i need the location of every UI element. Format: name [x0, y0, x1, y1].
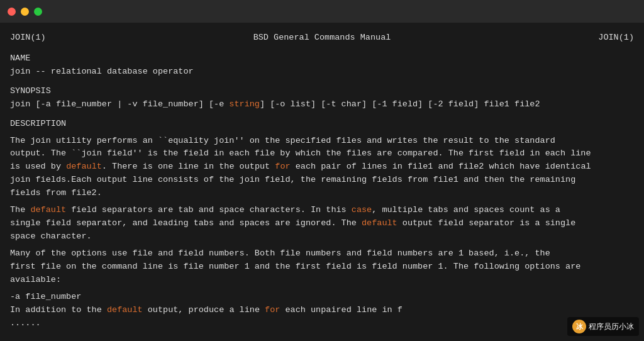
desc-p1-default: default: [66, 162, 102, 171]
option-a: -a file_number In addition to the defaul…: [10, 291, 634, 330]
man-page-header: JOIN(1) BSD General Commands Manual JOIN…: [10, 31, 634, 45]
close-button[interactable]: [8, 8, 16, 16]
desc-p1-l1: The join utility performs an ``equality …: [10, 135, 634, 148]
minimize-button[interactable]: [21, 8, 29, 16]
maximize-button[interactable]: [34, 8, 42, 16]
watermark: 冰 程序员历小冰: [567, 317, 639, 336]
terminal-content: JOIN(1) BSD General Commands Manual JOIN…: [0, 23, 644, 338]
desc-p2-l2: single field separator, and leading tabs…: [10, 217, 634, 230]
title-bar: [0, 0, 644, 23]
opt-a-default: default: [107, 305, 143, 315]
synopsis-content: join [-a file_number | -v file_number] […: [10, 98, 634, 111]
desc-p2-default2: default: [362, 218, 397, 228]
opt-a-mid: output, produce a line: [143, 305, 265, 315]
opt-a-post: each unpaired line in f: [280, 305, 402, 315]
desc-p1-l3-post: each pair of lines in file1 and file2 wh…: [291, 162, 591, 171]
opt-a-desc: In addition to the default output, produ…: [10, 304, 634, 317]
desc-para-2: The default field separators are tab and…: [10, 204, 634, 243]
desc-p1-l3: is used by default. There is one line in…: [10, 160, 634, 174]
synopsis-label: SYNOPSIS: [10, 85, 634, 98]
header-left: JOIN(1): [10, 31, 46, 45]
opt-a-label: -a file_number: [10, 291, 634, 304]
desc-p3-l3: available:: [10, 274, 634, 287]
description-section: DESCRIPTION The join utility performs an…: [10, 118, 634, 330]
header-center: BSD General Commands Manual: [253, 31, 391, 45]
desc-p1-for: for: [275, 162, 290, 171]
desc-p1-l3-pre: is used by: [10, 162, 66, 171]
desc-p3-l2: first file on the command line is file n…: [10, 260, 634, 274]
synopsis-section: SYNOPSIS join [-a file_number | -v file_…: [10, 85, 634, 111]
desc-p1-l5: fields from file2.: [10, 187, 634, 200]
opt-a-pre: In addition to the: [10, 305, 107, 315]
desc-p2-l1: The default field separators are tab and…: [10, 204, 634, 217]
desc-p2-case: case: [352, 205, 372, 215]
watermark-icon-text: 冰: [576, 322, 583, 332]
description-label: DESCRIPTION: [10, 118, 634, 131]
desc-para-3: Many of the options use file and field n…: [10, 247, 634, 287]
desc-p1-l2: output. The ``join field'' is the field …: [10, 147, 634, 160]
desc-p1-l4: join fields.Each output line consists of…: [10, 174, 634, 187]
name-section: NAME join -- relational database operato…: [10, 52, 634, 79]
watermark-label: 程序员历小冰: [589, 321, 634, 332]
desc-p2-l1-post: , multiple tabs and spaces count as a: [372, 205, 560, 215]
name-label: NAME: [10, 52, 634, 65]
desc-p2-l2-post: output field separator is a single: [397, 218, 576, 228]
opt-a-for: for: [265, 305, 280, 315]
synopsis-text-1: join [-a file_number | -v file_number] […: [10, 99, 229, 109]
desc-p2-l1-pre: The: [10, 205, 30, 215]
desc-p2-l1-mid: field separators are tab and space chara…: [66, 205, 352, 215]
desc-p1-l3-mid: . There is one line in the output: [102, 162, 275, 171]
synopsis-string: string: [229, 99, 260, 109]
desc-p2-l2-text: single field separator, and leading tabs…: [10, 218, 362, 228]
synopsis-text-2: ] [-o list] [-t char] [-1 field] [-2 fie…: [260, 99, 540, 109]
watermark-icon: 冰: [572, 320, 586, 333]
desc-p3-l1: Many of the options use file and field n…: [10, 247, 634, 260]
opt-a-ellipsis: ......: [10, 317, 634, 330]
desc-para-1: The join utility performs an ``equality …: [10, 135, 634, 201]
name-content: join -- relational database operator: [10, 65, 634, 79]
header-right: JOIN(1): [598, 31, 634, 45]
desc-p2-default1: default: [30, 205, 66, 215]
desc-p2-l3: space character.: [10, 230, 634, 243]
